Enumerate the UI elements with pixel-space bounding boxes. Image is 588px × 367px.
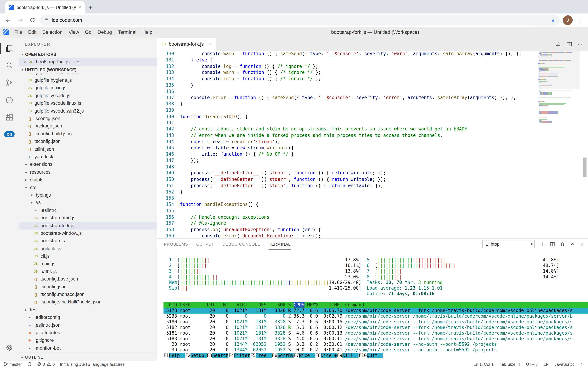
tree-item-tslint.json[interactable]: {}tslint.json — [19, 145, 157, 153]
address-bar[interactable]: ide.coder.com ★ — [40, 15, 560, 25]
tree-item-gulpfile.vscode.linux.js[interactable]: JSgulpfile.vscode.linux.js — [19, 100, 157, 107]
menu-view[interactable]: View — [66, 27, 82, 37]
new-tab-button[interactable]: + — [85, 1, 96, 13]
new-terminal-button[interactable] — [540, 242, 545, 247]
menu-selection[interactable]: Selection — [40, 27, 66, 37]
tree-item-buildfile.js[interactable]: JSbuildfile.js — [19, 245, 157, 252]
menu-edit[interactable]: Edit — [25, 27, 39, 37]
activitybar-explorer[interactable] — [0, 40, 19, 57]
language-mode[interactable]: JavaScript — [555, 362, 574, 367]
activitybar-search[interactable] — [0, 57, 19, 75]
git-branch-indicator[interactable]: master — [4, 362, 22, 367]
maximize-panel-button[interactable] — [570, 242, 575, 247]
encoding[interactable]: UTF-8 — [526, 362, 538, 367]
process-row-5178[interactable]: 5178 root 20 0 1021M 181M 3328 R 72.7 0.… — [164, 308, 588, 314]
tree-item-tsconfig.base.json[interactable]: {}tsconfig.base.json — [19, 275, 157, 283]
kill-terminal-button[interactable] — [560, 242, 565, 247]
tree-item-typings[interactable]: ▸typings — [19, 191, 157, 199]
tree-item-tsconfig.build.json[interactable]: {}tsconfig.build.json — [19, 130, 157, 138]
split-terminal-button[interactable] — [550, 242, 555, 247]
menu-debug[interactable]: Debug — [95, 27, 115, 37]
settings-gear-button[interactable] — [0, 339, 19, 357]
close-panel-button[interactable]: × — [580, 241, 584, 247]
tree-item-.gitignore[interactable]: ◆.gitignore — [19, 336, 157, 344]
tree-item-scripts[interactable]: ▸scripts — [19, 176, 157, 184]
minimap[interactable] — [538, 52, 580, 124]
bookmark-star-icon[interactable]: ★ — [551, 17, 555, 23]
tree-item-cli.js[interactable]: JScli.js — [19, 252, 157, 260]
tree-item-extensions[interactable]: ▸extensions — [19, 161, 157, 168]
process-row-5182[interactable]: 5182 root 20 0 1021M 181M 3328 R 5.3 0.6… — [164, 325, 588, 330]
tree-item-tsconfig.strictNullChecks.json[interactable]: {}tsconfig.strictNullChecks.json — [19, 298, 157, 306]
menu-go[interactable]: Go — [82, 27, 95, 37]
indent-setting[interactable]: Tab Size: 4 — [500, 362, 520, 367]
process-row-5183[interactable]: 5183 root 20 0 1021M 181M 3328 S 4.0 0.6… — [164, 336, 588, 342]
split-editor-button[interactable] — [566, 41, 572, 47]
code-editor[interactable]: 130 console.warn = function () { safeSen… — [157, 50, 588, 238]
tree-item-bootstrap-window.js[interactable]: JSbootstrap-window.js — [19, 229, 157, 237]
problems-indicator[interactable]: 0 0 — [37, 362, 55, 367]
notifications-bell[interactable] — [580, 362, 584, 367]
tree-item-.mention-bot[interactable]: ●.mention-bot — [19, 344, 157, 352]
close-icon[interactable]: × — [24, 59, 27, 65]
open-changes-button[interactable] — [555, 41, 561, 47]
activitybar-debug[interactable] — [0, 92, 19, 109]
tree-item-gulpfile.hygiene.js[interactable]: JSgulpfile.hygiene.js — [19, 76, 157, 84]
editor-tab[interactable]: JS bootstrap-fork.js × — [157, 37, 216, 50]
tree-item-vs[interactable]: ▸vs — [19, 199, 157, 207]
process-row-5180[interactable]: 5180 root 20 0 1021M 181M 3328 S 7.3 0.6… — [164, 319, 588, 325]
process-row-39[interactable]: 39 root 20 0 1344M 62052 1952 S 0.0 0.2 … — [164, 347, 588, 353]
process-row-5233[interactable]: 5233 root 20 0 0 0 0 Z 36.3 0.0 0:02.79 … — [164, 314, 588, 319]
terminal[interactable]: 1 [||||||||||| 17.8%] 5 [|||||||||||||||… — [157, 250, 588, 361]
tree-item-paths.js[interactable]: JSpaths.js — [19, 268, 157, 275]
cursor-position[interactable]: Ln 1, Col 1 — [474, 362, 494, 367]
tree-item-tsconfig.json[interactable]: {}tsconfig.json — [19, 283, 157, 291]
tab-close-icon[interactable]: × — [79, 5, 81, 10]
process-row-20[interactable]: 20 root 20 0 1344M 62052 1952 S 3.3 0.2 … — [164, 342, 588, 347]
panel-tab-terminal[interactable]: TERMINAL — [269, 239, 290, 250]
tree-item-.editorconfig[interactable]: ●.editorconfig — [19, 314, 157, 321]
open-editor-item[interactable]: × JS bootstrap-fork.js src — [19, 58, 157, 66]
tree-item-main.js[interactable]: JSmain.js — [19, 260, 157, 268]
tree-item-gulpfile.vscode.win32.js[interactable]: JSgulpfile.vscode.win32.js — [19, 107, 157, 115]
tree-item-tsconfig.json[interactable]: {}tsconfig.json — [19, 138, 157, 145]
panel-tab-problems[interactable]: PROBLEMS — [164, 239, 188, 250]
menu-file[interactable]: File — [11, 27, 25, 37]
panel-tab-debug-console[interactable]: DEBUG CONSOLE — [222, 239, 260, 250]
editor-scrollbar[interactable] — [583, 158, 587, 177]
reload-button[interactable] — [28, 16, 37, 25]
more-actions-button[interactable]: ⋯ — [578, 41, 583, 47]
tree-item-tsconfig.monaco.json[interactable]: {}tsconfig.monaco.json — [19, 291, 157, 298]
back-button[interactable] — [4, 16, 13, 25]
forward-button[interactable] — [16, 16, 25, 25]
tree-item-bootstrap-amd.js[interactable]: JSbootstrap-amd.js — [19, 214, 157, 222]
browser-tab[interactable]: bootstrap-fork.js — Untitled (W × — [5, 1, 85, 14]
sync-button[interactable] — [27, 362, 32, 367]
menu-terminal[interactable]: Terminal — [115, 27, 139, 37]
browser-menu-icon[interactable]: ⋮ — [576, 17, 584, 24]
profile-avatar[interactable]: J — [563, 15, 573, 25]
tree-item-gulpfile.vscode.js[interactable]: JSgulpfile.vscode.js — [19, 92, 157, 100]
open-editors-header[interactable]: ▾ OPEN EDITORS — [19, 50, 157, 58]
tree-item-src[interactable]: ▾src — [19, 184, 157, 191]
tree-item-.eslintrc[interactable]: ●.eslintrc — [19, 206, 157, 214]
tree-item-gulpfile.mixin.js[interactable]: JSgulpfile.mixin.js — [19, 84, 157, 92]
status-badge[interactable]: Off — [4, 131, 15, 137]
tree-item-.gitattributes[interactable]: ◆.gitattributes — [19, 329, 157, 336]
workspace-header[interactable]: ▾ UNTITLED (WORKSPACE) — [19, 66, 157, 73]
tree-item-yarn.lock[interactable]: ●yarn.lock — [19, 153, 157, 161]
menu-help[interactable]: Help — [139, 27, 156, 37]
tree-item-test[interactable]: ▸test — [19, 306, 157, 314]
tree-item-package.json[interactable]: {}package.json — [19, 122, 157, 130]
tab-close-icon[interactable]: × — [209, 41, 212, 47]
outline-header[interactable]: ▸ OUTLINE — [19, 353, 157, 361]
process-row-5181[interactable]: 5181 root 20 0 1021M 181M 3328 S 4.6 0.6… — [164, 330, 588, 336]
tree-item-bootstrap-fork.js[interactable]: JSbootstrap-fork.js — [19, 222, 157, 230]
tree-item-bootstrap.js[interactable]: JSbootstrap.js — [19, 237, 157, 245]
panel-tab-output[interactable]: OUTPUT — [196, 239, 214, 250]
htop-table-header[interactable]: PID USER PRI NI VIRT RES SHR S CPU% MEM%… — [164, 302, 588, 308]
tree-item-.eslintrc.json[interactable]: ●.eslintrc.json — [19, 321, 157, 329]
terminal-select[interactable]: 1: htop ▲▼ — [482, 240, 535, 248]
activitybar-source-control[interactable] — [0, 74, 19, 92]
activitybar-extensions[interactable] — [0, 109, 19, 126]
